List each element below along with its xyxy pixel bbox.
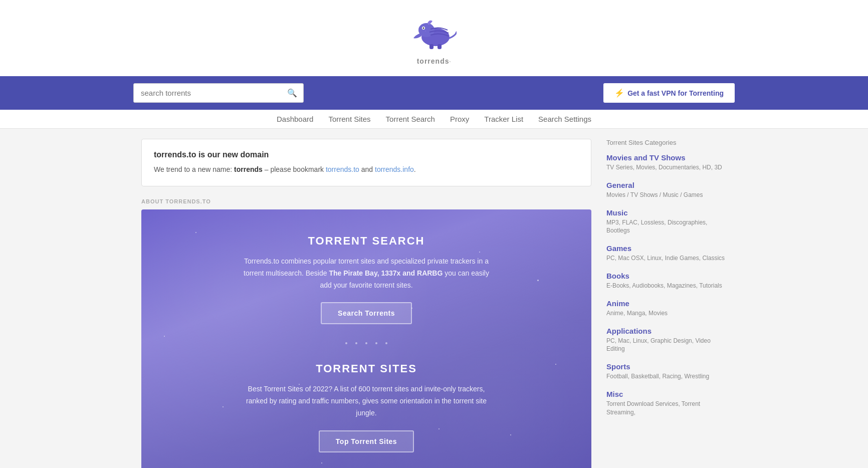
cat-link-games[interactable]: Games xyxy=(606,244,727,253)
promo-torrent-sites-title: TORRENT SITES xyxy=(161,362,571,375)
cat-desc-books: E-Books, Audiobooks, Magazines, Tutorial… xyxy=(606,282,727,290)
cat-desc-games: PC, Mac OSX, Linux, Indie Games, Classic… xyxy=(606,254,727,263)
promo-torrent-search-desc: Torrends.to combines popular torrent sit… xyxy=(241,256,492,291)
vpn-button[interactable]: ⚡ Get a fast VPN for Torrenting xyxy=(603,83,735,103)
search-submit-button[interactable]: 🔍 xyxy=(281,84,303,102)
nav-inner: Dashboard Torrent Sites Torrent Search P… xyxy=(277,115,591,123)
cat-link-misc[interactable]: Misc xyxy=(606,390,727,398)
header: torrends· xyxy=(0,0,868,76)
search-bar-inner: 🔍 ⚡ Get a fast VPN for Torrenting xyxy=(133,83,735,103)
brand-name: torrends xyxy=(234,165,263,173)
sidebar: Torrent Sites Categories Movies and TV S… xyxy=(606,139,727,468)
sidebar-category-anime: Anime Anime, Manga, Movies xyxy=(606,299,727,318)
logo-container: torrends· xyxy=(411,8,457,72)
sidebar-category-games: Games PC, Mac OSX, Linux, Indie Games, C… xyxy=(606,244,727,263)
svg-point-6 xyxy=(425,31,426,32)
promo-torrent-search-section: TORRENT SEARCH Torrends.to combines popu… xyxy=(161,235,571,324)
sidebar-category-general: General Movies / TV Shows / Music / Game… xyxy=(606,181,727,199)
sidebar-title: Torrent Sites Categories xyxy=(606,139,727,146)
main-column: torrends.to is our new domain We trend t… xyxy=(141,139,591,468)
search-torrents-button[interactable]: Search Torrents xyxy=(321,302,412,324)
svg-rect-5 xyxy=(438,44,442,49)
domain-notice: torrends.to is our new domain We trend t… xyxy=(141,139,591,186)
logo-text: torrends· xyxy=(417,56,452,72)
promo-torrent-search-title: TORRENT SEARCH xyxy=(161,235,571,248)
nav-dashboard[interactable]: Dashboard xyxy=(277,115,313,123)
nav-torrent-sites[interactable]: Torrent Sites xyxy=(328,115,370,123)
logo-dot: · xyxy=(450,59,452,65)
torrends-to-link[interactable]: torrends.to xyxy=(326,165,359,173)
cat-desc-misc: Torrent Download Services, Torrent Strea… xyxy=(606,400,727,417)
cat-link-sports[interactable]: Sports xyxy=(606,362,727,371)
promo-torrent-sites-desc: Best Torrent Sites of 2022? A list of 60… xyxy=(241,383,492,419)
cat-link-music[interactable]: Music xyxy=(606,208,727,217)
about-label: ABOUT TORRENDS.TO xyxy=(141,198,591,204)
nav-proxy[interactable]: Proxy xyxy=(450,115,469,123)
search-form[interactable]: 🔍 xyxy=(133,83,304,103)
sidebar-category-movies: Movies and TV Shows TV Series, Movies, D… xyxy=(606,153,727,172)
cat-link-books[interactable]: Books xyxy=(606,272,727,280)
domain-notice-title: torrends.to is our new domain xyxy=(154,150,579,159)
nav-search-settings[interactable]: Search Settings xyxy=(538,115,591,123)
cat-link-general[interactable]: General xyxy=(606,181,727,189)
cat-desc-sports: Football, Basketball, Racing, Wrestling xyxy=(606,372,727,381)
cat-desc-general: Movies / TV Shows / Music / Games xyxy=(606,191,727,199)
cat-link-applications[interactable]: Applications xyxy=(606,327,727,335)
search-bar-section: 🔍 ⚡ Get a fast VPN for Torrenting xyxy=(0,76,868,110)
cat-desc-music: MP3, FLAC, Lossless, Discographies, Boot… xyxy=(606,218,727,236)
domain-notice-text: We trend to a new name: torrends – pleas… xyxy=(154,164,579,175)
top-torrent-sites-button[interactable]: Top Torrent Sites xyxy=(319,430,414,452)
sidebar-category-books: Books E-Books, Audiobooks, Magazines, Tu… xyxy=(606,272,727,290)
nav-torrent-search[interactable]: Torrent Search xyxy=(386,115,435,123)
sidebar-category-music: Music MP3, FLAC, Lossless, Discographies… xyxy=(606,208,727,236)
svg-point-3 xyxy=(423,28,424,29)
cat-link-movies[interactable]: Movies and TV Shows xyxy=(606,153,727,162)
cat-link-anime[interactable]: Anime xyxy=(606,299,727,308)
lightning-icon: ⚡ xyxy=(614,88,624,98)
cat-desc-movies: TV Series, Movies, Documentaries, HD, 3D xyxy=(606,163,727,172)
sidebar-category-applications: Applications PC, Mac, Linux, Graphic Des… xyxy=(606,327,727,354)
torrends-info-link[interactable]: torrends.info xyxy=(375,165,414,173)
svg-rect-4 xyxy=(429,44,433,49)
sidebar-category-misc: Misc Torrent Download Services, Torrent … xyxy=(606,390,727,417)
cat-desc-anime: Anime, Manga, Movies xyxy=(606,309,727,318)
logo-icon xyxy=(411,8,457,53)
cat-desc-applications: PC, Mac, Linux, Graphic Design, Video Ed… xyxy=(606,337,727,354)
nav-tracker-list[interactable]: Tracker List xyxy=(484,115,523,123)
divider-dots xyxy=(161,342,571,344)
nav-bar: Dashboard Torrent Sites Torrent Search P… xyxy=(0,110,868,129)
content-wrapper: torrends.to is our new domain We trend t… xyxy=(133,129,735,468)
promo-torrent-sites-section: TORRENT SITES Best Torrent Sites of 2022… xyxy=(161,362,571,452)
sidebar-category-sports: Sports Football, Basketball, Racing, Wre… xyxy=(606,362,727,381)
promo-card: TORRENT SEARCH Torrends.to combines popu… xyxy=(141,209,591,468)
search-input[interactable] xyxy=(134,84,281,102)
